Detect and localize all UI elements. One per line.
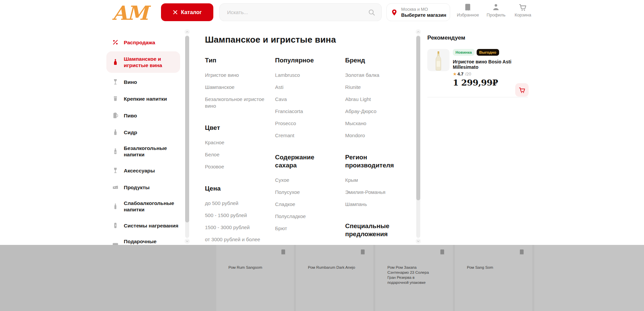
- location-action: Выберите магазин: [401, 12, 446, 18]
- add-to-cart-button[interactable]: [515, 83, 529, 97]
- header-nav-label: Профиль: [487, 12, 505, 17]
- bookmark-icon: [464, 3, 472, 11]
- menu-link[interactable]: Абрау-Дюрсо: [345, 108, 411, 115]
- menu-link[interactable]: Cremant: [275, 132, 335, 139]
- sidebar-item-nonalcoholic[interactable]: Безалкогольные напитки: [112, 141, 181, 162]
- menu-link[interactable]: Шампанское: [205, 84, 265, 91]
- menu-link[interactable]: Lambrusco: [275, 72, 335, 79]
- sidebar-item-cider[interactable]: Сидр: [112, 124, 181, 141]
- chevron-up-icon[interactable]: [184, 29, 190, 35]
- menu-link[interactable]: Золотая балка: [345, 72, 411, 79]
- menu-section-header: Регион производителя: [345, 153, 411, 169]
- goblet-icon: [112, 166, 119, 174]
- catalog-button[interactable]: Каталог: [161, 3, 213, 21]
- sidebar-item-label: Подарочные сертификаты: [124, 238, 181, 245]
- sidebar-item-food[interactable]: Продукты: [112, 179, 181, 196]
- menu-link[interactable]: до 500 рублей: [205, 200, 265, 207]
- recommended-title: Рекомендуем: [427, 35, 530, 41]
- sidebar-item-lowalcohol[interactable]: Слабоалкогольные напитки: [112, 196, 181, 217]
- menu-link[interactable]: Игристое вино: [205, 72, 265, 79]
- product-name[interactable]: Игристое вино Bosio Asti Millesimato: [453, 59, 517, 70]
- chevron-down-icon[interactable]: [184, 239, 190, 244]
- location-selector[interactable]: Москва и МО Выберите магазин: [386, 3, 450, 21]
- sidebar-item-label: Пиво: [124, 112, 137, 119]
- menu-link[interactable]: Сладкое: [275, 201, 335, 208]
- sidebar-item-accessories[interactable]: Аксессуары: [112, 162, 181, 179]
- wine-glass-icon: [112, 78, 119, 86]
- menu-title: Шампанское и игристые вина: [205, 35, 421, 45]
- menu-link[interactable]: Prosecco: [275, 120, 335, 127]
- chevron-up-icon[interactable]: [416, 29, 421, 35]
- sidebar-scrollbar[interactable]: [184, 29, 190, 244]
- sidebar-item-champagne[interactable]: Шампанское и игристые вина: [106, 51, 180, 73]
- sidebar-item-sale[interactable]: Распродажа: [112, 34, 181, 51]
- background-product-card: Ром Ром Закапа Сэнтенарио 23 Солера Гран…: [375, 245, 453, 311]
- background-product-card: [534, 245, 644, 311]
- menu-link[interactable]: Asti: [275, 84, 335, 91]
- menu-link[interactable]: Шампань: [345, 201, 411, 208]
- menu-link[interactable]: Безалкогольное игристое вино: [205, 96, 265, 109]
- sidebar-item-label: Крепкие напитки: [124, 96, 167, 102]
- sidebar-item-heating[interactable]: Системы нагревания: [112, 217, 181, 234]
- chevron-down-icon[interactable]: [416, 239, 421, 244]
- menu-link[interactable]: Эмилия-Романья: [345, 189, 411, 196]
- sidebar-item-wine[interactable]: Вино: [112, 73, 181, 90]
- header-nav-bookmark[interactable]: Избранное: [457, 3, 479, 17]
- menu-link[interactable]: Красное: [205, 139, 265, 146]
- product-badges: Новинка Выгодно: [453, 49, 517, 56]
- menu-link[interactable]: 500 - 1500 рублей: [205, 212, 265, 219]
- menu-link[interactable]: Riunite: [345, 84, 411, 91]
- sidebar-item-spirits[interactable]: Крепкие напитки: [112, 90, 181, 107]
- menu-section: Специальные предложенияШампанское в пода…: [345, 222, 411, 245]
- bookmark-icon: [360, 248, 366, 256]
- header-nav-cart[interactable]: Корзина: [513, 3, 533, 17]
- menu-link[interactable]: Мысхано: [345, 120, 411, 127]
- menu-section: ПопулярноеLambruscoAstiCavaFranciacortaP…: [275, 56, 335, 144]
- menu-scrollbar[interactable]: [416, 29, 421, 244]
- site-logo[interactable]: АМ: [112, 1, 147, 24]
- sidebar-item-beer[interactable]: Пиво: [112, 107, 181, 124]
- sidebar-item-label: Слабоалкогольные напитки: [124, 200, 181, 213]
- menu-section-header: Бренд: [345, 56, 411, 64]
- divider: [427, 97, 528, 97]
- product-image[interactable]: [427, 49, 449, 71]
- header-nav-person[interactable]: Профиль: [486, 3, 506, 17]
- recommended-product-card: Новинка Выгодно Игристое вино Bosio Asti…: [427, 49, 530, 88]
- dimmed-page-overlay[interactable]: Ром Rum SangsomРом Rumbarum Dark AnejoРо…: [0, 245, 644, 311]
- rating-value: 4.7: [458, 71, 464, 76]
- location-city: Москва и МО: [401, 7, 446, 12]
- cart-icon: [519, 3, 527, 11]
- sidebar-item-label: Шампанское и игристые вина: [124, 56, 175, 68]
- menu-link[interactable]: Белое: [205, 151, 265, 158]
- champagne-bottle-icon: [112, 58, 119, 66]
- beer-mug-icon: [112, 111, 119, 119]
- background-product-card: Ром Rum Sangsom: [216, 245, 294, 311]
- product-price: 1 299,99₽: [453, 78, 517, 88]
- menu-link[interactable]: 1500 - 3000 рублей: [205, 224, 265, 231]
- gift-card-icon: [112, 241, 119, 245]
- menu-link[interactable]: Mondoro: [345, 132, 411, 139]
- menu-link[interactable]: от 3000 рублей и более: [205, 236, 265, 243]
- background-product-card: Ром Rumbarum Dark Anejo: [296, 245, 373, 311]
- menu-section: ЦветКрасноеБелоеРозовое: [205, 124, 265, 175]
- catalog-mega-menu: РаспродажаШампанское и игристые винаВино…: [0, 25, 644, 245]
- search-icon[interactable]: [368, 9, 375, 16]
- sidebar-item-label: Сидр: [124, 129, 137, 136]
- menu-link[interactable]: Abrau Light: [345, 96, 411, 103]
- champagne-bottle-image: [434, 51, 443, 71]
- menu-link[interactable]: Брют: [275, 225, 335, 232]
- sidebar-item-giftcards[interactable]: Подарочные сертификаты: [112, 234, 181, 245]
- scrollbar-thumb[interactable]: [185, 36, 189, 222]
- sidebar-item-label: Продукты: [124, 184, 150, 191]
- menu-link[interactable]: Крым: [345, 177, 411, 184]
- menu-link[interactable]: Полусухое: [275, 189, 335, 196]
- menu-link[interactable]: Сухое: [275, 177, 335, 184]
- menu-link[interactable]: Franciacorta: [275, 108, 335, 115]
- menu-section: БрендЗолотая балкаRiuniteAbrau LightАбра…: [345, 56, 411, 144]
- menu-link[interactable]: Полусладкое: [275, 213, 335, 220]
- menu-link[interactable]: Розовое: [205, 163, 265, 170]
- soda-bottle-icon: [112, 147, 119, 155]
- scrollbar-thumb[interactable]: [416, 36, 420, 200]
- menu-link[interactable]: Cava: [275, 96, 335, 103]
- search-input[interactable]: [220, 9, 368, 15]
